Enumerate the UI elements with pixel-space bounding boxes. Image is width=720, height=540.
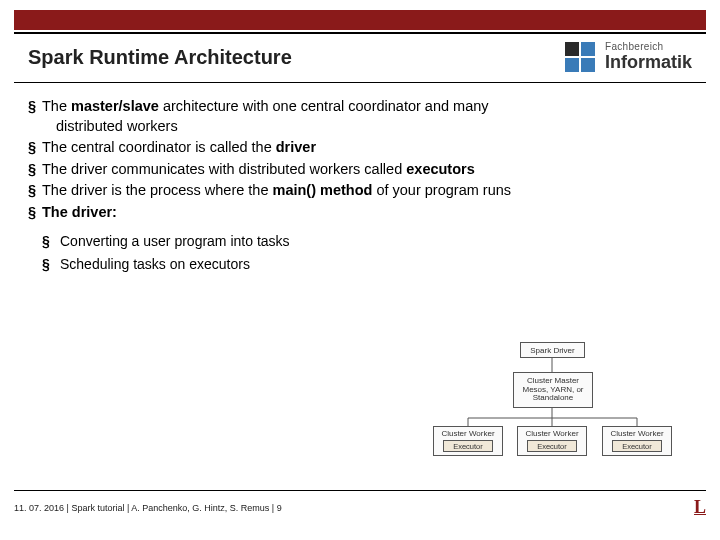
bullet-item: The central coordinator is called the dr… bbox=[28, 138, 692, 158]
sub-bullet-item: Converting a user program into tasks bbox=[42, 232, 692, 251]
bullet-item: The driver communicates with distributed… bbox=[28, 160, 692, 180]
diagram-master-box: Cluster Master Mesos, YARN, or Standalon… bbox=[513, 372, 593, 408]
department-logo: Fachbereich Informatik bbox=[565, 42, 692, 72]
bullet-item: The master/slave architecture with one c… bbox=[28, 97, 692, 117]
footer: 11. 07. 2016 | Spark tutorial | A. Panch… bbox=[14, 490, 706, 518]
bullet-item: distributed workers bbox=[28, 117, 692, 137]
diagram-driver-box: Spark Driver bbox=[520, 342, 585, 358]
logo-text: Fachbereich Informatik bbox=[605, 42, 692, 71]
slide-title: Spark Runtime Architecture bbox=[28, 46, 292, 69]
bullet-list: The master/slave architecture with one c… bbox=[28, 97, 692, 222]
sub-bullet-list: Converting a user program into tasksSche… bbox=[42, 232, 692, 274]
accent-bar bbox=[14, 10, 706, 30]
bullet-item: The driver is the process where the main… bbox=[28, 181, 692, 201]
footer-meta: 11. 07. 2016 | Spark tutorial | A. Panch… bbox=[14, 503, 282, 513]
diagram-executor-box: Executor bbox=[527, 440, 577, 452]
logo-squares-icon bbox=[565, 42, 595, 72]
diagram-executor-box: Executor bbox=[612, 440, 662, 452]
diagram-executor-box: Executor bbox=[443, 440, 493, 452]
footer-logo: L bbox=[694, 497, 706, 518]
content-area: The master/slave architecture with one c… bbox=[0, 83, 720, 274]
header: Spark Runtime Architecture Fachbereich I… bbox=[14, 32, 706, 82]
bullet-item: The driver: bbox=[28, 203, 692, 223]
logo-line2: Informatik bbox=[605, 53, 692, 72]
sub-bullet-item: Scheduling tasks on executors bbox=[42, 255, 692, 274]
architecture-diagram: Spark Driver Cluster Master Mesos, YARN,… bbox=[425, 340, 680, 465]
